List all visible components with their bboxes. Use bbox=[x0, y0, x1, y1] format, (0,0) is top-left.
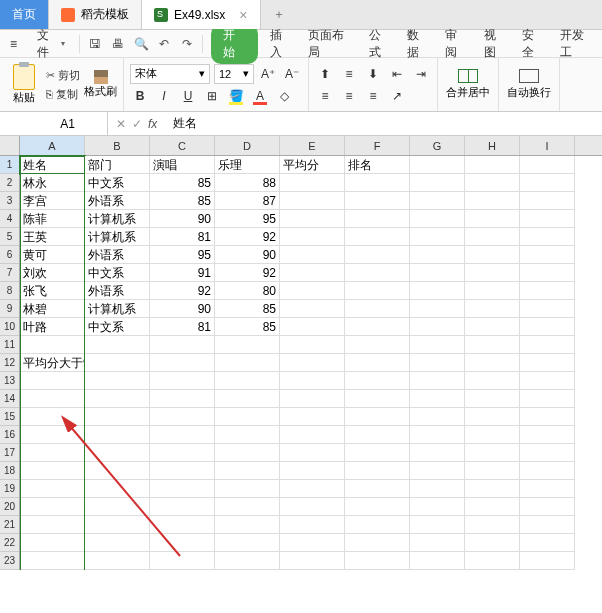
indent-right-button[interactable]: ⇥ bbox=[411, 64, 431, 84]
cell[interactable]: 刘欢 bbox=[20, 264, 85, 282]
cell[interactable] bbox=[465, 228, 520, 246]
align-left-button[interactable]: ≡ bbox=[315, 86, 335, 106]
cell[interactable]: 95 bbox=[150, 246, 215, 264]
cell[interactable] bbox=[280, 498, 345, 516]
cell[interactable]: 88 bbox=[215, 174, 280, 192]
decrease-font-button[interactable]: A⁻ bbox=[282, 64, 302, 84]
cell[interactable] bbox=[520, 408, 575, 426]
cell[interactable] bbox=[85, 336, 150, 354]
increase-font-button[interactable]: A⁺ bbox=[258, 64, 278, 84]
align-right-button[interactable]: ≡ bbox=[363, 86, 383, 106]
cell[interactable] bbox=[215, 480, 280, 498]
cell[interactable] bbox=[150, 354, 215, 372]
cell[interactable] bbox=[520, 210, 575, 228]
cell[interactable] bbox=[215, 552, 280, 570]
cell[interactable] bbox=[520, 156, 575, 174]
cell[interactable] bbox=[20, 390, 85, 408]
cell[interactable] bbox=[85, 498, 150, 516]
cell[interactable] bbox=[345, 408, 410, 426]
cell[interactable] bbox=[520, 300, 575, 318]
row-header[interactable]: 23 bbox=[0, 552, 19, 570]
cell[interactable] bbox=[215, 444, 280, 462]
cell[interactable]: 80 bbox=[215, 282, 280, 300]
cell[interactable] bbox=[345, 462, 410, 480]
cell[interactable] bbox=[280, 462, 345, 480]
cell[interactable] bbox=[410, 498, 465, 516]
cell[interactable] bbox=[520, 228, 575, 246]
cell[interactable] bbox=[345, 552, 410, 570]
cell[interactable]: 林永 bbox=[20, 174, 85, 192]
cell[interactable] bbox=[280, 516, 345, 534]
cell[interactable] bbox=[520, 516, 575, 534]
border-button[interactable]: ⊞ bbox=[202, 86, 222, 106]
cell[interactable] bbox=[20, 534, 85, 552]
menu-review[interactable]: 审阅 bbox=[441, 25, 471, 63]
cell[interactable] bbox=[150, 336, 215, 354]
cell[interactable] bbox=[410, 390, 465, 408]
cell[interactable]: 90 bbox=[150, 300, 215, 318]
italic-button[interactable]: I bbox=[154, 86, 174, 106]
cell[interactable]: 81 bbox=[150, 228, 215, 246]
cell[interactable]: 85 bbox=[215, 300, 280, 318]
column-header-D[interactable]: D bbox=[215, 136, 280, 155]
row-header[interactable]: 19 bbox=[0, 480, 19, 498]
cell[interactable]: 排名 bbox=[345, 156, 410, 174]
cell[interactable]: 演唱 bbox=[150, 156, 215, 174]
cell[interactable]: 中文系 bbox=[85, 264, 150, 282]
cell[interactable] bbox=[280, 300, 345, 318]
tab-home[interactable]: 首页 bbox=[0, 0, 49, 29]
cell[interactable] bbox=[520, 192, 575, 210]
cell[interactable]: 95 bbox=[215, 210, 280, 228]
cell[interactable]: 姓名 bbox=[20, 156, 85, 174]
row-header[interactable]: 13 bbox=[0, 372, 19, 390]
cell[interactable] bbox=[465, 156, 520, 174]
cell[interactable] bbox=[215, 426, 280, 444]
menu-logo[interactable]: ≡ bbox=[4, 35, 23, 53]
cell[interactable] bbox=[280, 210, 345, 228]
cell[interactable] bbox=[280, 228, 345, 246]
row-header[interactable]: 20 bbox=[0, 498, 19, 516]
cell[interactable] bbox=[465, 408, 520, 426]
row-header[interactable]: 18 bbox=[0, 462, 19, 480]
cell[interactable]: 92 bbox=[215, 264, 280, 282]
cell[interactable] bbox=[215, 372, 280, 390]
row-header[interactable]: 12 bbox=[0, 354, 19, 372]
formula-input[interactable]: 姓名 bbox=[165, 115, 602, 132]
confirm-icon[interactable]: ✓ bbox=[132, 117, 142, 131]
cell[interactable] bbox=[280, 318, 345, 336]
save-icon[interactable]: 🖫 bbox=[88, 36, 103, 52]
cell[interactable] bbox=[280, 552, 345, 570]
cell[interactable] bbox=[410, 264, 465, 282]
menu-layout[interactable]: 页面布局 bbox=[304, 25, 357, 63]
align-top-button[interactable]: ⬆ bbox=[315, 64, 335, 84]
font-size-select[interactable]: 12 ▾ bbox=[214, 64, 254, 84]
cell[interactable] bbox=[465, 390, 520, 408]
cell[interactable]: 90 bbox=[215, 246, 280, 264]
cell[interactable] bbox=[345, 372, 410, 390]
wrap-text-button[interactable]: 自动换行 bbox=[505, 69, 553, 100]
cell[interactable]: 部门 bbox=[85, 156, 150, 174]
cell[interactable] bbox=[345, 534, 410, 552]
column-header-F[interactable]: F bbox=[345, 136, 410, 155]
column-header-G[interactable]: G bbox=[410, 136, 465, 155]
cell[interactable] bbox=[345, 192, 410, 210]
cell[interactable]: 中文系 bbox=[85, 318, 150, 336]
cell[interactable] bbox=[520, 354, 575, 372]
cell[interactable] bbox=[465, 300, 520, 318]
cell[interactable] bbox=[465, 210, 520, 228]
cell[interactable]: 计算机系 bbox=[85, 228, 150, 246]
menu-dev[interactable]: 开发工 bbox=[556, 25, 598, 63]
cell[interactable] bbox=[20, 444, 85, 462]
cell[interactable] bbox=[465, 336, 520, 354]
cell[interactable] bbox=[85, 426, 150, 444]
cell[interactable] bbox=[345, 498, 410, 516]
cell[interactable] bbox=[465, 264, 520, 282]
cell[interactable] bbox=[215, 390, 280, 408]
print-icon[interactable]: 🖶 bbox=[111, 36, 126, 52]
row-header[interactable]: 3 bbox=[0, 192, 19, 210]
row-header[interactable]: 6 bbox=[0, 246, 19, 264]
file-menu[interactable]: 文件 ▾ bbox=[31, 25, 71, 63]
cell[interactable] bbox=[20, 462, 85, 480]
cell[interactable] bbox=[410, 192, 465, 210]
cell[interactable] bbox=[520, 390, 575, 408]
